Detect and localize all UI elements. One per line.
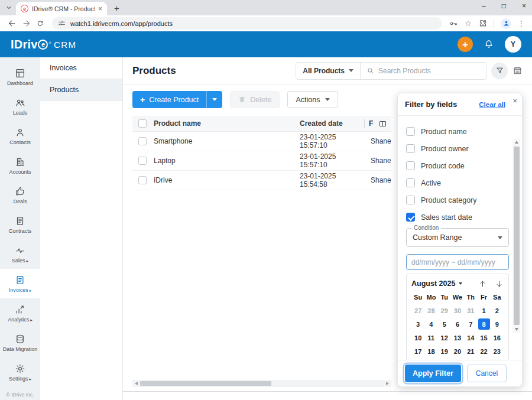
calendar-day[interactable]: 31 — [464, 304, 477, 317]
sidebar-item-contracts[interactable]: Contracts — [0, 210, 40, 239]
calendar-day[interactable]: 9 — [491, 317, 504, 331]
calendar-day[interactable]: 29 — [477, 358, 490, 360]
filter-field-product-category[interactable]: Product category — [406, 191, 509, 209]
calendar-day[interactable]: 21 — [464, 344, 477, 358]
calendar-day[interactable]: 17 — [411, 344, 424, 358]
sidebar-item-sales[interactable]: Sales▸ — [0, 239, 40, 269]
calendar-day[interactable]: 1 — [477, 304, 490, 317]
table-row[interactable]: Laptop23-01-2025 15:57:10Shane — [132, 151, 391, 171]
calendar-day[interactable]: 14 — [464, 331, 477, 344]
sidebar-item-dashboard[interactable]: Dashboard — [0, 62, 40, 92]
checkbox[interactable] — [406, 178, 415, 187]
url-bar[interactable]: watch1.idrivecrm.com/app/products — [52, 17, 442, 30]
create-product-dropdown[interactable] — [206, 91, 222, 108]
calendar-day[interactable]: 3 — [411, 317, 424, 331]
browser-tab[interactable]: e IDrive® CRM - Products × — [16, 2, 107, 15]
calendar-day[interactable]: 23 — [491, 344, 504, 358]
row-checkbox[interactable] — [138, 176, 147, 184]
calendar-day[interactable]: 20 — [451, 344, 464, 358]
cancel-button[interactable]: Cancel — [467, 365, 507, 382]
calendar-day[interactable]: 25 — [424, 358, 437, 360]
search-input[interactable]: Search Products — [361, 67, 486, 75]
user-avatar[interactable]: Y — [505, 36, 521, 53]
calendar-month-label[interactable]: August 2025 — [411, 279, 455, 288]
calendar-day[interactable]: 2 — [491, 304, 504, 317]
browser-profile-icon[interactable] — [501, 18, 511, 29]
filter-field-product-owner[interactable]: Product owner — [406, 140, 509, 157]
calendar-day[interactable]: 18 — [424, 344, 437, 358]
row-checkbox[interactable] — [138, 137, 147, 145]
close-icon[interactable]: × — [512, 96, 517, 105]
calendar-day[interactable]: 8 — [477, 317, 490, 331]
filter-field-active[interactable]: Active — [406, 174, 509, 191]
calendar-day[interactable]: 10 — [411, 331, 424, 344]
browser-menu-icon[interactable]: ⋮ — [518, 19, 525, 28]
select-all-checkbox[interactable] — [138, 119, 147, 128]
reload-icon[interactable] — [33, 19, 47, 28]
date-range-input[interactable]: dd/mm/yyyy ~ dd/mm/yyyy — [406, 254, 509, 270]
extensions-puzzle-icon[interactable] — [478, 19, 487, 28]
condition-select[interactable]: Condition Custom Range — [406, 228, 509, 247]
table-row[interactable]: IDrive23-01-2025 15:54:58Shane — [132, 171, 391, 190]
window-close-button[interactable]: × — [522, 2, 526, 10]
scrollbar-thumb[interactable] — [514, 147, 520, 325]
sidebar-item-data-migration[interactable]: Data Migration — [0, 328, 40, 357]
calendar-day[interactable]: 6 — [451, 317, 464, 331]
calendar-day[interactable]: 27 — [411, 304, 424, 317]
password-key-icon[interactable] — [449, 19, 458, 28]
clear-all-link[interactable]: Clear all — [479, 101, 505, 108]
calendar-day[interactable]: 11 — [424, 331, 437, 344]
actions-button[interactable]: Actions — [287, 91, 338, 108]
calendar-day[interactable]: 22 — [477, 344, 490, 358]
horizontal-scrollbar[interactable] — [132, 380, 391, 387]
window-maximize-button[interactable]: □ — [502, 2, 506, 10]
filter-button[interactable] — [491, 63, 508, 79]
tab-search-chevron-icon[interactable] — [4, 2, 14, 14]
next-month-down-icon[interactable] — [495, 279, 504, 288]
calendar-day[interactable]: 19 — [438, 344, 451, 358]
sidebar-item-leads[interactable]: Leads — [0, 92, 40, 121]
calendar-day[interactable]: 16 — [491, 331, 504, 344]
calendar-day[interactable]: 29 — [438, 304, 451, 317]
calendar-day[interactable]: 5 — [438, 317, 451, 331]
sidebar-item-contacts[interactable]: Contacts — [0, 121, 40, 151]
sidebar-item-settings[interactable]: Settings▸ — [0, 357, 40, 387]
column-truncated[interactable]: F — [369, 119, 373, 128]
filter-panel-scrollbar[interactable] — [512, 139, 520, 333]
view-selector-dropdown[interactable]: All Products — [296, 63, 361, 79]
calendar-day[interactable]: 4 — [424, 317, 437, 331]
filter-field-sales-start-date[interactable]: Sales start date — [406, 209, 509, 226]
calendar-view-icon[interactable] — [512, 66, 523, 76]
calendar-day[interactable]: 30 — [491, 358, 504, 360]
calendar-day[interactable]: 27 — [451, 358, 464, 360]
row-checkbox[interactable] — [138, 157, 147, 165]
subsidebar-item-invoices[interactable]: Invoices — [40, 57, 122, 79]
calendar-day[interactable]: 26 — [438, 358, 451, 360]
sidebar-item-deals[interactable]: Deals — [0, 180, 40, 210]
scrollbar-thumb[interactable] — [140, 381, 271, 386]
filter-field-product-code[interactable]: Product code — [406, 157, 509, 174]
back-icon[interactable] — [5, 19, 19, 28]
calendar-day[interactable]: 15 — [477, 331, 490, 344]
previous-month-up-icon[interactable] — [478, 279, 487, 288]
manage-columns-icon[interactable] — [378, 119, 387, 128]
calendar-day[interactable]: 24 — [411, 358, 424, 360]
forward-icon[interactable] — [19, 19, 33, 28]
subsidebar-item-products[interactable]: Products — [40, 79, 122, 101]
notifications-bell-icon[interactable] — [484, 39, 494, 50]
sidebar-item-accounts[interactable]: Accounts — [0, 151, 40, 180]
filter-field-product-name[interactable]: Product name — [406, 123, 509, 140]
scroll-left-icon[interactable] — [135, 382, 138, 385]
checkbox[interactable] — [406, 127, 415, 136]
create-product-button[interactable]: + Create Product — [132, 91, 222, 108]
calendar-day[interactable]: 7 — [464, 317, 477, 331]
calendar-day[interactable]: 12 — [438, 331, 451, 344]
checkbox[interactable] — [406, 196, 415, 204]
delete-button[interactable]: Delete — [230, 91, 280, 108]
sidebar-item-analytics[interactable]: Analytics▸ — [0, 298, 40, 328]
site-settings-icon[interactable] — [58, 19, 66, 27]
scroll-down-icon[interactable] — [515, 328, 518, 331]
sidebar-item-invoices[interactable]: Invoices▸ — [0, 269, 40, 298]
bookmark-star-icon[interactable]: ☆ — [465, 19, 472, 27]
column-created-date[interactable]: Created date — [300, 119, 361, 128]
